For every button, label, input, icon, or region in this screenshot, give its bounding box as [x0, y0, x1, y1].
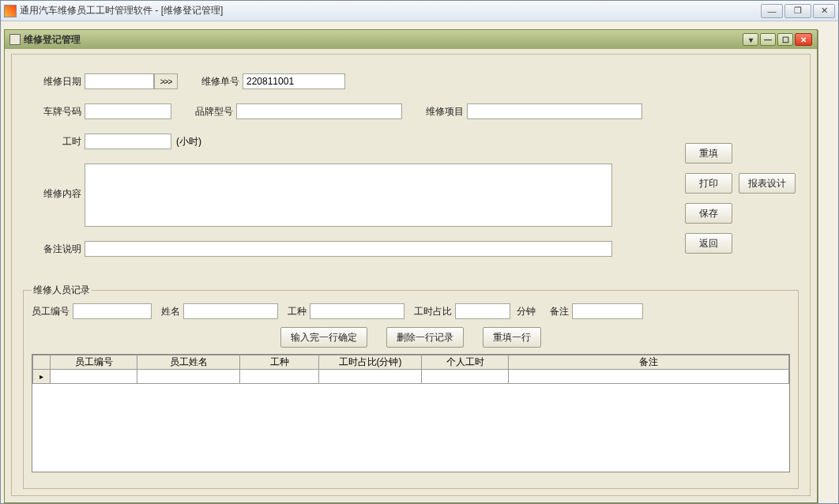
repair-item-label: 维修项目	[416, 105, 464, 118]
inner-title: 维修登记管理	[24, 33, 81, 47]
cell-personal-hours[interactable]	[422, 370, 509, 384]
staff-table-head: 员工编号 员工姓名 工种 工时占比(分钟) 个人工时 备注	[33, 355, 789, 370]
cell-emp-no[interactable]	[51, 370, 137, 384]
mdi-area: 维修登记管理 ▾ — ☐ ✕ 重填 打印 报表设计	[1, 21, 838, 503]
inner-maximize-button[interactable]: ☐	[777, 33, 793, 46]
staff-records-legend: 维修人员记录	[32, 284, 92, 297]
inner-minimize-button[interactable]: —	[760, 33, 776, 46]
row-repair-content: 维修内容	[28, 164, 794, 227]
brand-model-label: 品牌型号	[186, 105, 233, 118]
form-area: 重填 打印 报表设计 保存 返回 维修日期 >>> 维修单号	[12, 55, 810, 495]
col-emp-name[interactable]: 员工姓名	[137, 355, 240, 370]
staff-table: 员工编号 员工姓名 工种 工时占比(分钟) 个人工时 备注	[32, 355, 789, 384]
repair-content-label: 维修内容	[28, 164, 81, 201]
col-work-type[interactable]: 工种	[240, 355, 319, 370]
remark-label: 备注说明	[28, 243, 81, 256]
col-note[interactable]: 备注	[509, 355, 789, 370]
col-personal-hours[interactable]: 个人工时	[422, 355, 509, 370]
emp-no-label: 员工编号	[32, 305, 70, 318]
emp-name-label: 姓名	[161, 305, 180, 318]
note-input[interactable]	[572, 303, 643, 319]
hours-input[interactable]	[85, 134, 171, 149]
staff-records-group: 维修人员记录 员工编号 姓名 工种 工时占比 分钟 备注	[23, 284, 799, 489]
row-indicator-icon: ▸	[33, 370, 51, 384]
emp-no-input[interactable]	[73, 303, 152, 319]
inner-window-icon	[9, 34, 21, 45]
repair-content-textarea[interactable]	[85, 164, 612, 227]
cell-note[interactable]	[509, 370, 789, 384]
table-row[interactable]: ▸	[33, 370, 789, 384]
remark-input[interactable]	[85, 241, 612, 257]
brand-model-input[interactable]	[236, 103, 402, 119]
time-ratio-label: 工时占比	[414, 305, 452, 318]
row-indicator-header	[33, 355, 51, 370]
hours-label: 工时	[28, 135, 81, 149]
outer-window: 通用汽车维修员工工时管理软件 - [维修登记管理] — ❐ ✕ 维修登记管理 ▾…	[0, 0, 839, 504]
app-icon	[4, 5, 17, 17]
row-date-order: 维修日期 >>> 维修单号	[28, 73, 794, 89]
staff-entry-row: 员工编号 姓名 工种 工时占比 分钟 备注	[32, 303, 790, 319]
restore-button[interactable]: ❐	[784, 4, 811, 18]
hours-unit-label: (小时)	[176, 135, 201, 149]
repair-date-input[interactable]	[85, 73, 154, 89]
note-label: 备注	[550, 305, 569, 318]
close-button[interactable]: ✕	[813, 4, 835, 18]
inner-titlebar: 维修登记管理 ▾ — ☐ ✕	[5, 30, 817, 49]
order-no-label: 维修单号	[187, 75, 239, 88]
save-button[interactable]: 保存	[685, 203, 732, 224]
row-plate-brand-item: 车牌号码 品牌型号 维修项目	[28, 103, 794, 119]
col-emp-no[interactable]: 员工编号	[51, 355, 137, 370]
time-ratio-input[interactable]	[455, 303, 510, 319]
plate-no-input[interactable]	[85, 103, 171, 119]
col-time-ratio[interactable]: 工时占比(分钟)	[319, 355, 422, 370]
confirm-row-button[interactable]: 输入完一行确定	[280, 327, 367, 348]
row-remark: 备注说明	[28, 241, 794, 257]
report-design-button[interactable]: 报表设计	[739, 173, 796, 194]
order-no-input[interactable]	[243, 73, 345, 89]
inner-body: 重填 打印 报表设计 保存 返回 维修日期 >>> 维修单号	[11, 54, 811, 496]
print-button[interactable]: 打印	[685, 173, 732, 194]
side-buttons: 重填 打印 报表设计 保存 返回	[685, 143, 796, 254]
row-hours: 工时 (小时)	[28, 134, 794, 149]
cell-time-ratio[interactable]	[319, 370, 422, 384]
outer-sys-buttons: — ❐ ✕	[761, 4, 838, 18]
staff-grid[interactable]: 员工编号 员工姓名 工种 工时占比(分钟) 个人工时 备注	[32, 354, 790, 472]
staff-table-body: ▸	[33, 370, 789, 384]
work-type-input[interactable]	[310, 303, 404, 319]
delete-row-button[interactable]: 删除一行记录	[386, 327, 464, 348]
inner-close-button[interactable]: ✕	[795, 33, 812, 46]
work-type-label: 工种	[288, 305, 307, 318]
outer-titlebar: 通用汽车维修员工工时管理软件 - [维修登记管理] — ❐ ✕	[1, 1, 838, 21]
plate-no-label: 车牌号码	[28, 105, 81, 118]
cell-emp-name[interactable]	[137, 370, 240, 384]
inner-dropdown-button[interactable]: ▾	[743, 33, 758, 46]
emp-name-input[interactable]	[183, 303, 278, 319]
staff-row-buttons: 输入完一行确定 删除一行记录 重填一行	[32, 327, 790, 348]
outer-title: 通用汽车维修员工工时管理软件 - [维修登记管理]	[20, 4, 223, 17]
cell-work-type[interactable]	[240, 370, 319, 384]
minimize-button[interactable]: —	[761, 4, 783, 18]
minutes-unit-label: 分钟	[517, 305, 536, 318]
repair-date-label: 维修日期	[28, 75, 81, 88]
inner-sys-buttons: ▾ — ☐ ✕	[743, 33, 812, 46]
inner-window: 维修登记管理 ▾ — ☐ ✕ 重填 打印 报表设计	[4, 29, 818, 503]
back-button[interactable]: 返回	[685, 233, 732, 254]
repair-item-input[interactable]	[467, 103, 642, 119]
reset-button[interactable]: 重填	[685, 143, 732, 164]
date-picker-button[interactable]: >>>	[154, 73, 178, 89]
reset-row-button[interactable]: 重填一行	[483, 327, 541, 348]
